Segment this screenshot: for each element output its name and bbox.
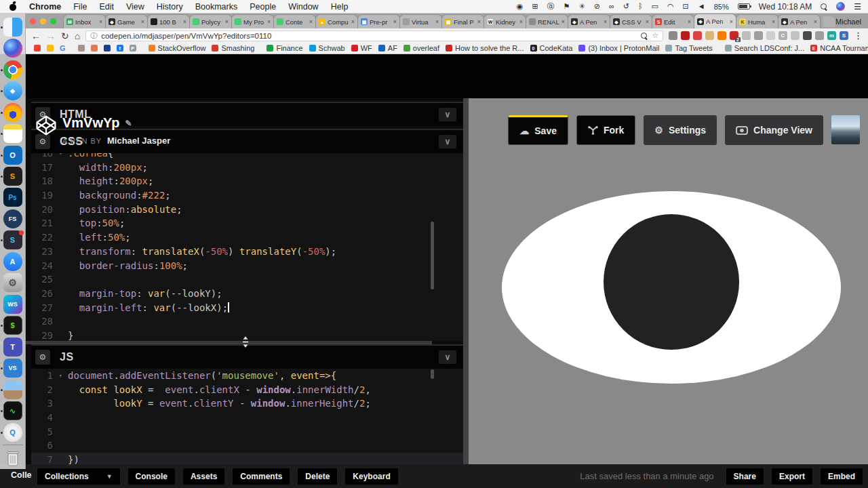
pen-author[interactable]: Michael Jasper xyxy=(107,136,170,146)
new-tab-button[interactable] xyxy=(823,16,835,27)
bookmark-item[interactable]: G xyxy=(60,44,66,52)
tab-close-icon[interactable]: × xyxy=(561,18,565,25)
save-button[interactable]: ☁ Save xyxy=(508,115,568,145)
menu-item-chrome[interactable]: Chrome xyxy=(29,2,61,12)
tab-close-icon[interactable]: × xyxy=(267,18,271,25)
bookmark-item[interactable] xyxy=(34,45,41,52)
browser-tab-13[interactable]: ◈A Pen× xyxy=(568,14,610,28)
teams-icon[interactable]: T xyxy=(3,338,22,357)
collections-dropdown[interactable]: Collections ▼ xyxy=(37,468,120,485)
firefox-icon[interactable] xyxy=(3,103,22,122)
zoom-window-button[interactable] xyxy=(50,18,56,24)
dock-item-quicktime[interactable]: Q xyxy=(0,422,26,443)
fold-arrow-icon[interactable]: ▾ xyxy=(59,369,62,383)
bookmark-item[interactable]: How to solve the R... xyxy=(446,44,524,52)
bookmark-item[interactable] xyxy=(78,45,85,52)
menu-item-history[interactable]: History xyxy=(157,2,183,12)
console-button[interactable]: Console xyxy=(128,468,175,485)
code-line-26[interactable]: 26 margin-top: var(--lookY); xyxy=(31,287,463,301)
browser-tab-12[interactable]: RENAL× xyxy=(526,14,568,28)
dock-item-slack[interactable]: S xyxy=(0,230,26,251)
browser-tab-16-active[interactable]: ◈A Pen× xyxy=(694,14,736,28)
dock-item-firefox[interactable] xyxy=(0,102,26,123)
browser-tab-11[interactable]: WKidney× xyxy=(484,14,526,28)
edit-title-icon[interactable]: ✎ xyxy=(125,119,132,128)
apple-menu-icon[interactable] xyxy=(9,2,17,11)
tan-extension-icon[interactable] xyxy=(705,31,714,40)
menu-item-file[interactable]: File xyxy=(73,2,87,12)
volume-icon[interactable]: ◄ xyxy=(698,3,705,10)
notes-icon[interactable] xyxy=(3,124,22,143)
bookmark-star-icon[interactable]: ☆ xyxy=(652,31,658,40)
change-view-button[interactable]: Change View xyxy=(725,115,823,145)
js-collapse-chevron-icon[interactable]: ∨ xyxy=(439,350,456,364)
browser-tab-14[interactable]: ◈CSS V× xyxy=(610,14,652,28)
code-line-27[interactable]: 27 margin-left: var(--lookX); xyxy=(31,301,463,315)
badge-extension-icon[interactable]: 2 xyxy=(730,31,738,40)
tab-close-icon[interactable]: × xyxy=(435,18,439,25)
tab-close-icon[interactable]: × xyxy=(688,18,691,25)
glasses-icon[interactable]: ∞ xyxy=(609,3,614,10)
pen-title[interactable]: VmVwYp xyxy=(62,115,119,131)
spotlight-search-icon[interactable] xyxy=(821,3,827,10)
browser-tab-8[interactable]: ▦Pre-pr× xyxy=(357,14,400,28)
dock-item-outlook[interactable]: O xyxy=(0,144,26,165)
safari-icon[interactable]: ◆ xyxy=(3,81,22,100)
tab-close-icon[interactable]: × xyxy=(141,18,144,25)
css-scrollbar[interactable] xyxy=(431,222,434,289)
editor-preview-divider[interactable] xyxy=(463,98,469,464)
dock-item-notes[interactable] xyxy=(0,123,26,144)
dock-item-siri[interactable] xyxy=(0,37,26,58)
bookmark-item[interactable]: Smashing xyxy=(212,44,254,52)
fork-button[interactable]: Fork xyxy=(576,115,635,145)
video-extension-icon[interactable] xyxy=(693,31,702,40)
app-store-icon[interactable]: A xyxy=(3,252,22,271)
dock-item-familysearch[interactable]: FS xyxy=(0,208,26,229)
quicktime-icon[interactable]: Q xyxy=(3,423,22,442)
code-line-5[interactable]: 5 xyxy=(31,425,463,439)
browser-tab-4[interactable]: Polycy× xyxy=(189,14,232,28)
code-line-22[interactable]: 22 left:50%; xyxy=(31,230,463,245)
css-collapse-chevron-icon[interactable]: ∨ xyxy=(439,135,456,148)
vscode-icon[interactable]: VS xyxy=(3,359,22,378)
dock-item-vscode[interactable]: VS xyxy=(0,358,26,379)
code-line-6[interactable]: 6 xyxy=(31,439,463,453)
siri-icon[interactable] xyxy=(836,2,845,11)
browser-profile-name[interactable]: Michael xyxy=(835,18,868,28)
code-line-1[interactable]: 1▾document.addEventListener('mousemove',… xyxy=(31,369,463,383)
sublime-text-icon[interactable]: S xyxy=(3,167,22,186)
dock-item-trash[interactable] xyxy=(0,447,26,468)
bookmark-item[interactable]: Tag Tweets xyxy=(665,44,712,52)
codepen-logo-icon[interactable] xyxy=(35,114,57,137)
tab-close-icon[interactable]: × xyxy=(351,18,355,25)
grid-extension-icon[interactable] xyxy=(766,31,775,40)
tab-close-icon[interactable]: × xyxy=(99,18,102,25)
js-settings-gear-icon[interactable]: ⚙ xyxy=(35,350,50,365)
page-info-icon[interactable]: ⓘ xyxy=(90,31,97,41)
dock-item-safari[interactable]: ◆ xyxy=(0,80,26,101)
export-button[interactable]: Export xyxy=(772,468,812,485)
share-button[interactable]: Share xyxy=(726,468,764,485)
orange-extension-icon[interactable] xyxy=(717,31,726,40)
code-line-23[interactable]: 23 transform: translateX(-50%) translate… xyxy=(31,245,463,259)
airplay-icon[interactable]: ⊡ xyxy=(683,3,689,10)
dock-item-photoshop[interactable]: Ps xyxy=(0,187,26,208)
url-text[interactable]: codepen.io/mdjasper/pen/VmVwYp?editors=0… xyxy=(101,32,637,40)
menu-item-edit[interactable]: Edit xyxy=(99,2,114,12)
menu-item-window[interactable]: Window xyxy=(288,2,318,12)
assets-button[interactable]: Assets xyxy=(183,468,224,485)
display-icon[interactable]: ▭ xyxy=(652,3,658,10)
bookmark-item[interactable]: Finance xyxy=(267,44,302,52)
dock-item-chrome[interactable] xyxy=(0,59,26,80)
browser-tab-18[interactable]: ◈A Pen× xyxy=(778,14,821,28)
forward-icon[interactable]: → xyxy=(46,31,56,41)
tab-close-icon[interactable]: × xyxy=(814,18,817,25)
code-line-25[interactable]: 25 xyxy=(31,272,463,287)
code-line-2[interactable]: 2 const lookX = event.clientX - window.i… xyxy=(31,383,463,397)
dock-item-activity-monitor[interactable]: ∿ xyxy=(0,400,26,421)
red-extension-icon[interactable] xyxy=(681,31,690,40)
settings-button[interactable]: ⚙ Settings xyxy=(644,115,717,145)
home-icon[interactable]: ⌂ xyxy=(75,31,80,41)
browser-tab-15[interactable]: SEdit× xyxy=(652,14,694,28)
familysearch-icon[interactable]: FS xyxy=(3,209,22,228)
